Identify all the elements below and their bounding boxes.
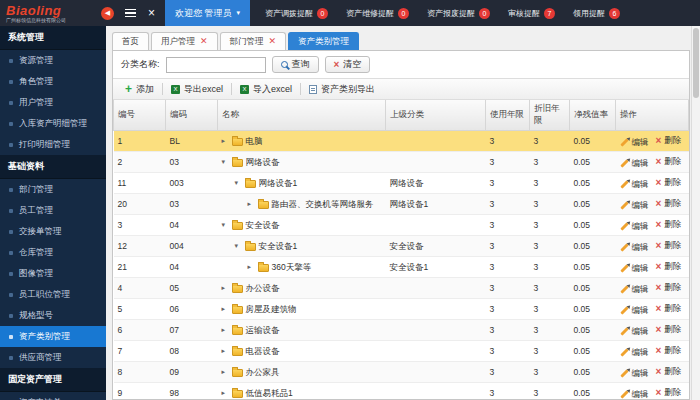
tab-close-icon[interactable]: ✕ bbox=[269, 37, 277, 46]
sidebar-item[interactable]: 交接单管理 bbox=[0, 221, 106, 242]
category-name-input[interactable] bbox=[166, 57, 266, 73]
welcome-user-button[interactable]: 欢迎您 管理员 ▾ bbox=[165, 0, 250, 26]
table-row[interactable]: 506▸房屋及建筑物330.05编辑×删除 bbox=[114, 299, 689, 320]
collapse-arrow-icon[interactable]: ▾ bbox=[235, 240, 242, 252]
menu-icon[interactable] bbox=[125, 9, 136, 17]
column-header[interactable]: 使用年限 bbox=[486, 100, 530, 131]
delete-button[interactable]: ×删除 bbox=[656, 239, 682, 251]
topbar-nav-item[interactable]: 资产调拨提醒0 bbox=[256, 0, 337, 26]
expand-arrow-icon[interactable]: ▸ bbox=[248, 198, 255, 210]
vertical-scrollbar[interactable] bbox=[691, 26, 700, 400]
search-button[interactable]: 查询 bbox=[272, 56, 319, 73]
collapse-arrow-icon[interactable]: ▾ bbox=[222, 219, 229, 231]
toolbar-button[interactable]: +添加 bbox=[117, 79, 162, 99]
sidebar-item[interactable]: 资源管理 bbox=[0, 50, 106, 71]
tab[interactable]: 资产类别管理 bbox=[288, 32, 359, 50]
edit-button[interactable]: 编辑 bbox=[620, 325, 649, 337]
expand-arrow-icon[interactable]: ▸ bbox=[222, 135, 229, 147]
sidebar-item[interactable]: 角色管理 bbox=[0, 71, 106, 92]
table-row[interactable]: 809▸办公家具330.05编辑×删除 bbox=[114, 362, 689, 383]
delete-button[interactable]: ×删除 bbox=[656, 344, 682, 356]
edit-button[interactable]: 编辑 bbox=[620, 283, 649, 295]
sidebar-section-header[interactable]: 基础资料 bbox=[0, 155, 106, 179]
tab[interactable]: 首页 bbox=[112, 32, 149, 50]
edit-button[interactable]: 编辑 bbox=[620, 388, 649, 400]
table-row[interactable]: 11003▾网络设备1网络设备330.05编辑×删除 bbox=[114, 173, 689, 194]
expand-arrow-icon[interactable]: ▸ bbox=[222, 387, 229, 399]
delete-button[interactable]: ×删除 bbox=[656, 365, 682, 377]
delete-button[interactable]: ×删除 bbox=[656, 197, 682, 209]
column-header[interactable]: 编号 bbox=[114, 100, 166, 131]
sidebar-item[interactable]: 供应商管理 bbox=[0, 347, 106, 368]
table-row[interactable]: 2003▸路由器、交换机等网络服务网络设备1330.05编辑×删除 bbox=[114, 194, 689, 215]
delete-button[interactable]: ×删除 bbox=[656, 155, 682, 167]
table-row[interactable]: 12004▾安全设备1安全设备330.05编辑×删除 bbox=[114, 236, 689, 257]
expand-arrow-icon[interactable]: ▸ bbox=[222, 282, 229, 294]
sidebar-section-header[interactable]: 固定资产管理 bbox=[0, 368, 106, 392]
expand-arrow-icon[interactable]: ▸ bbox=[222, 324, 229, 336]
collapse-arrow-icon[interactable]: ▾ bbox=[222, 156, 229, 168]
sidebar-item[interactable]: 用户管理 bbox=[0, 92, 106, 113]
sidebar-collapse-icon[interactable]: ◀ bbox=[101, 7, 114, 20]
table-row[interactable]: 998▸低值易耗品1330.05编辑×删除 bbox=[114, 383, 689, 400]
delete-button[interactable]: ×删除 bbox=[656, 176, 682, 188]
edit-button[interactable]: 编辑 bbox=[620, 304, 649, 316]
delete-button[interactable]: ×删除 bbox=[656, 260, 682, 272]
clear-button[interactable]: × 清空 bbox=[325, 56, 371, 73]
edit-button[interactable]: 编辑 bbox=[620, 262, 649, 274]
edit-button[interactable]: 编辑 bbox=[620, 136, 649, 148]
column-header[interactable]: 折旧年限 bbox=[530, 100, 570, 131]
sidebar-item[interactable]: 员工管理 bbox=[0, 200, 106, 221]
expand-arrow-icon[interactable]: ▸ bbox=[222, 303, 229, 315]
column-header[interactable]: 净残值率 bbox=[570, 100, 616, 131]
topbar-nav-item[interactable]: 资产维修提醒0 bbox=[337, 0, 418, 26]
topbar-nav-item[interactable]: 审核提醒7 bbox=[499, 0, 564, 26]
expand-arrow-icon[interactable]: ▸ bbox=[222, 345, 229, 357]
delete-button[interactable]: ×删除 bbox=[656, 323, 682, 335]
edit-button[interactable]: 编辑 bbox=[620, 199, 649, 211]
sidebar-item[interactable]: 入库资产明细管理 bbox=[0, 113, 106, 134]
column-header[interactable]: 操作 bbox=[616, 100, 689, 131]
column-header[interactable]: 上级分类 bbox=[386, 100, 486, 131]
delete-button[interactable]: ×删除 bbox=[656, 386, 682, 398]
sidebar-item[interactable]: 资产类别管理 bbox=[0, 326, 106, 347]
topbar-nav-item[interactable]: 领用提醒6 bbox=[564, 0, 629, 26]
sidebar-item[interactable]: 资产申请单 bbox=[0, 392, 106, 400]
delete-button[interactable]: ×删除 bbox=[656, 281, 682, 293]
toolbar-button[interactable]: X导入excel bbox=[232, 79, 300, 99]
sidebar-item[interactable]: 图像管理 bbox=[0, 263, 106, 284]
column-header[interactable]: 编码 bbox=[166, 100, 218, 131]
delete-button[interactable]: ×删除 bbox=[656, 218, 682, 230]
sidebar-item[interactable]: 仓库管理 bbox=[0, 242, 106, 263]
close-all-icon[interactable]: × bbox=[148, 7, 155, 19]
delete-button[interactable]: ×删除 bbox=[656, 134, 682, 146]
edit-button[interactable]: 编辑 bbox=[620, 178, 649, 190]
expand-arrow-icon[interactable]: ▸ bbox=[248, 261, 255, 273]
edit-button[interactable]: 编辑 bbox=[620, 220, 649, 232]
scrollbar-thumb[interactable] bbox=[693, 28, 699, 98]
collapse-arrow-icon[interactable]: ▾ bbox=[235, 177, 242, 189]
sidebar-item[interactable]: 员工职位管理 bbox=[0, 284, 106, 305]
edit-button[interactable]: 编辑 bbox=[620, 367, 649, 379]
toolbar-button[interactable]: X导出excel bbox=[163, 79, 231, 99]
tab[interactable]: 用户管理✕ bbox=[151, 32, 218, 50]
table-row[interactable]: 607▸运输设备330.05编辑×删除 bbox=[114, 320, 689, 341]
edit-button[interactable]: 编辑 bbox=[620, 241, 649, 253]
edit-button[interactable]: 编辑 bbox=[620, 346, 649, 358]
table-row[interactable]: 405▸办公设备330.05编辑×删除 bbox=[114, 278, 689, 299]
expand-arrow-icon[interactable]: ▸ bbox=[222, 366, 229, 378]
tab-close-icon[interactable]: ✕ bbox=[200, 37, 208, 46]
sidebar-item[interactable]: 打印明细管理 bbox=[0, 134, 106, 155]
delete-button[interactable]: ×删除 bbox=[656, 302, 682, 314]
sidebar-item[interactable]: 部门管理 bbox=[0, 179, 106, 200]
edit-button[interactable]: 编辑 bbox=[620, 157, 649, 169]
topbar-nav-item[interactable]: 资产报废提醒0 bbox=[418, 0, 499, 26]
table-row[interactable]: 2104▸360天擎等安全设备1330.05编辑×删除 bbox=[114, 257, 689, 278]
table-row[interactable]: 1BL▸电脑330.05编辑×删除 bbox=[114, 131, 689, 152]
column-header[interactable]: 名称 bbox=[218, 100, 386, 131]
sidebar-item[interactable]: 规格型号 bbox=[0, 305, 106, 326]
toolbar-button[interactable]: 资产类别导出 bbox=[301, 79, 383, 99]
table-row[interactable]: 304▾安全设备330.05编辑×删除 bbox=[114, 215, 689, 236]
sidebar-section-header[interactable]: 系统管理 bbox=[0, 26, 106, 50]
table-row[interactable]: 203▾网络设备330.05编辑×删除 bbox=[114, 152, 689, 173]
